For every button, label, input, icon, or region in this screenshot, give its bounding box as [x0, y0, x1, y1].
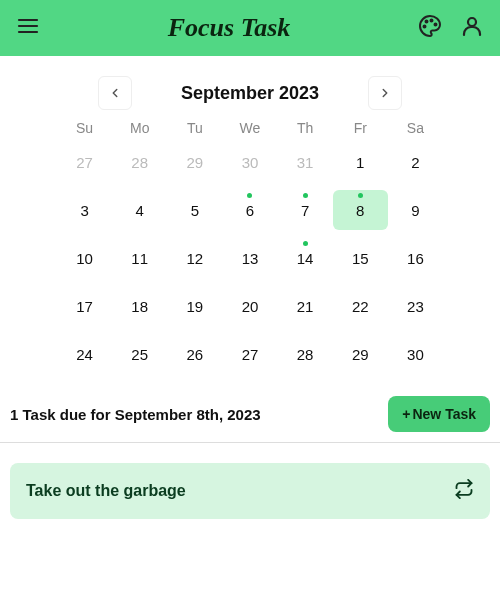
task-count-label: 1 Task due for September 8th, 2023 [10, 406, 261, 423]
calendar-day[interactable]: 20 [222, 286, 277, 326]
calendar-day[interactable]: 22 [333, 286, 388, 326]
calendar-day[interactable]: 12 [167, 238, 222, 278]
weekday-label: Tu [167, 120, 222, 136]
calendar-day[interactable]: 8 [333, 190, 388, 230]
calendar-day[interactable]: 11 [112, 238, 167, 278]
task-indicator-dot [358, 193, 363, 198]
weekday-label: Mo [112, 120, 167, 136]
calendar-day[interactable]: 6 [222, 190, 277, 230]
new-task-label: New Task [412, 406, 476, 422]
new-task-button[interactable]: + New Task [388, 396, 490, 432]
svg-point-3 [431, 20, 433, 22]
svg-point-5 [426, 21, 428, 23]
calendar-day[interactable]: 18 [112, 286, 167, 326]
calendar-header: September 2023 [57, 76, 443, 110]
calendar-day[interactable]: 29 [167, 142, 222, 182]
calendar-day[interactable]: 28 [278, 334, 333, 374]
svg-point-4 [435, 24, 437, 26]
weekday-label: Su [57, 120, 112, 136]
calendar-day[interactable]: 7 [278, 190, 333, 230]
calendar-day[interactable]: 9 [388, 190, 443, 230]
calendar-day[interactable]: 17 [57, 286, 112, 326]
weekday-row: SuMoTuWeThFrSa [57, 120, 443, 136]
weekday-label: Fr [333, 120, 388, 136]
calendar-day[interactable]: 3 [57, 190, 112, 230]
task-indicator-dot [303, 193, 308, 198]
calendar-day[interactable]: 25 [112, 334, 167, 374]
task-indicator-dot [303, 241, 308, 246]
calendar-day[interactable]: 30 [388, 334, 443, 374]
calendar-grid: 2728293031123456789101112131415161718192… [57, 142, 443, 374]
user-icon[interactable] [460, 14, 484, 42]
weekday-label: We [222, 120, 277, 136]
plus-icon: + [402, 406, 410, 422]
weekday-label: Th [278, 120, 333, 136]
svg-point-7 [468, 18, 476, 26]
theme-icon[interactable] [418, 14, 442, 42]
calendar-day[interactable]: 21 [278, 286, 333, 326]
calendar-day[interactable]: 2 [388, 142, 443, 182]
calendar-day[interactable]: 5 [167, 190, 222, 230]
calendar-day[interactable]: 13 [222, 238, 277, 278]
calendar-day[interactable]: 15 [333, 238, 388, 278]
calendar-day[interactable]: 10 [57, 238, 112, 278]
app-header: Focus Task [0, 0, 500, 56]
calendar-day[interactable]: 31 [278, 142, 333, 182]
task-item[interactable]: Take out the garbage [10, 463, 490, 519]
task-indicator-dot [247, 193, 252, 198]
calendar-day[interactable]: 27 [57, 142, 112, 182]
calendar-day[interactable]: 26 [167, 334, 222, 374]
task-title: Take out the garbage [26, 482, 186, 500]
calendar-day[interactable]: 1 [333, 142, 388, 182]
calendar-day[interactable]: 27 [222, 334, 277, 374]
task-header: 1 Task due for September 8th, 2023 + New… [0, 396, 500, 443]
calendar-day[interactable]: 29 [333, 334, 388, 374]
repeat-icon [454, 479, 474, 503]
calendar-day[interactable]: 16 [388, 238, 443, 278]
calendar-day[interactable]: 30 [222, 142, 277, 182]
calendar-day[interactable]: 14 [278, 238, 333, 278]
app-title: Focus Task [40, 13, 418, 43]
calendar-day[interactable]: 23 [388, 286, 443, 326]
next-month-button[interactable] [368, 76, 402, 110]
calendar-day[interactable]: 19 [167, 286, 222, 326]
calendar: September 2023 SuMoTuWeThFrSa 2728293031… [57, 66, 443, 374]
prev-month-button[interactable] [98, 76, 132, 110]
calendar-day[interactable]: 24 [57, 334, 112, 374]
calendar-day[interactable]: 28 [112, 142, 167, 182]
svg-point-6 [424, 26, 426, 28]
calendar-day[interactable]: 4 [112, 190, 167, 230]
weekday-label: Sa [388, 120, 443, 136]
month-label: September 2023 [150, 83, 350, 104]
task-list: Take out the garbage [0, 463, 500, 519]
menu-icon[interactable] [16, 14, 40, 42]
